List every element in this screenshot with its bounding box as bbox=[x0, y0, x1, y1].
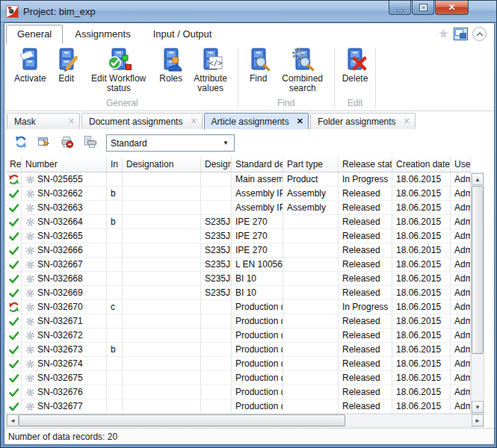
table-row[interactable]: SN-025655Main assemblyProductIn Progress… bbox=[6, 172, 471, 187]
table-row[interactable]: SN-032673bProduction drawingReleased18.0… bbox=[6, 343, 471, 357]
status-released-icon[interactable] bbox=[6, 314, 22, 328]
cell-standard[interactable]: IPE 270 bbox=[232, 243, 283, 257]
cell-user[interactable]: Administrator bbox=[451, 258, 471, 271]
cell-release[interactable]: Released bbox=[339, 243, 392, 257]
cell-index[interactable] bbox=[107, 286, 123, 299]
maximize-button[interactable] bbox=[412, 1, 434, 15]
find-button[interactable]: Find bbox=[242, 46, 275, 84]
status-released-icon[interactable] bbox=[6, 272, 22, 285]
cell-index[interactable] bbox=[107, 243, 123, 257]
cell-design[interactable] bbox=[201, 172, 232, 186]
cell-part-type[interactable] bbox=[283, 272, 339, 285]
cell-index[interactable]: b bbox=[107, 343, 123, 356]
cell-standard[interactable]: Production drawing bbox=[232, 371, 283, 385]
cell-number[interactable]: SN-032672 bbox=[22, 329, 107, 342]
column-header-created[interactable]: Creation date bbox=[392, 157, 451, 172]
cell-created[interactable]: 18.06.2015 bbox=[392, 286, 451, 299]
table-row[interactable]: SN-032674Production drawingReleased18.06… bbox=[6, 357, 471, 371]
delete-button[interactable]: Delete bbox=[339, 46, 372, 84]
cell-designation[interactable] bbox=[123, 371, 201, 385]
cell-part-type[interactable] bbox=[283, 371, 339, 385]
cell-number[interactable]: SN-025655 bbox=[22, 172, 107, 186]
tab-close-icon[interactable]: ✕ bbox=[68, 116, 75, 126]
table-row[interactable]: SN-032671Production drawingReleased18.06… bbox=[6, 314, 471, 329]
cell-number[interactable]: SN-032674 bbox=[22, 357, 107, 370]
cell-user[interactable]: Administrator bbox=[451, 385, 471, 399]
edit-workflow-status-button[interactable]: Edit Workflow status bbox=[83, 46, 155, 94]
status-released-icon[interactable] bbox=[6, 385, 22, 399]
column-header-standard[interactable]: Standard designation bbox=[232, 157, 283, 172]
status-released-icon[interactable] bbox=[6, 243, 22, 257]
cell-standard[interactable]: Production drawing bbox=[232, 300, 283, 314]
table-row[interactable]: SN-032675Production drawingReleased18.06… bbox=[6, 371, 471, 385]
cell-design[interactable] bbox=[201, 300, 232, 314]
cell-number[interactable]: SN-032662 bbox=[22, 187, 107, 200]
cell-index[interactable]: b bbox=[107, 215, 123, 228]
cell-number[interactable]: SN-032663 bbox=[22, 201, 107, 214]
cell-number[interactable]: SN-032669 bbox=[22, 286, 107, 299]
status-released-icon[interactable] bbox=[6, 343, 22, 356]
cell-index[interactable]: b bbox=[107, 187, 123, 200]
cell-standard[interactable]: Production drawing bbox=[232, 343, 283, 356]
status-in-progress-icon[interactable] bbox=[6, 300, 22, 314]
cell-part-type[interactable] bbox=[283, 329, 339, 342]
cell-user[interactable]: Administrator bbox=[451, 187, 471, 200]
cell-created[interactable]: 18.06.2015 bbox=[392, 215, 451, 228]
cell-created[interactable]: 18.06.2015 bbox=[392, 229, 451, 243]
column-header-status[interactable]: Re bbox=[6, 157, 22, 172]
table-row[interactable]: SN-032676Production drawingReleased18.06… bbox=[6, 385, 471, 399]
cell-standard[interactable]: Production drawing bbox=[232, 385, 283, 399]
collapse-ribbon-icon[interactable] bbox=[472, 27, 487, 41]
status-released-icon[interactable] bbox=[6, 215, 22, 228]
cell-index[interactable] bbox=[107, 399, 123, 413]
print-list-icon[interactable] bbox=[51, 135, 74, 152]
cell-number[interactable]: SN-032677 bbox=[22, 399, 107, 413]
cell-created[interactable]: 18.06.2015 bbox=[392, 329, 451, 342]
cell-design[interactable] bbox=[201, 329, 232, 342]
cell-standard[interactable]: Assembly IPE bbox=[232, 201, 283, 214]
table-row[interactable]: SN-032668S235JRGBI 10Released18.06.2015A… bbox=[6, 272, 471, 286]
cell-index[interactable] bbox=[107, 329, 123, 342]
cell-designation[interactable] bbox=[123, 357, 201, 370]
cell-standard[interactable]: Production drawing bbox=[232, 357, 283, 370]
cell-number[interactable]: SN-032670 bbox=[22, 300, 107, 314]
cell-design[interactable] bbox=[201, 201, 232, 214]
doc-tab-document-assignments[interactable]: Document assignments✕ bbox=[81, 113, 203, 129]
cell-design[interactable] bbox=[201, 343, 232, 356]
cell-design[interactable] bbox=[201, 357, 232, 370]
cell-design[interactable]: S235JRG bbox=[201, 243, 232, 257]
table-row[interactable]: SN-032672Production drawingReleased18.06… bbox=[6, 329, 471, 343]
scroll-up-button[interactable]: ▲ bbox=[472, 173, 484, 185]
cell-part-type[interactable] bbox=[283, 258, 339, 271]
cell-user[interactable]: Administrator bbox=[451, 343, 471, 356]
horizontal-scrollbar[interactable]: ◄ ► bbox=[6, 414, 484, 427]
cell-user[interactable]: Administrator bbox=[451, 357, 471, 370]
activate-button[interactable]: Activate bbox=[10, 46, 50, 84]
cell-user[interactable]: Administrator bbox=[451, 314, 471, 328]
column-header-part_type[interactable]: Part type bbox=[283, 157, 339, 172]
cell-designation[interactable] bbox=[123, 201, 201, 214]
favorite-star-icon[interactable]: ★ bbox=[438, 28, 449, 40]
status-in-progress-icon[interactable] bbox=[6, 172, 22, 186]
cell-designation[interactable] bbox=[123, 215, 201, 228]
column-header-number[interactable]: Number bbox=[22, 157, 107, 172]
cell-release[interactable]: Released bbox=[339, 215, 392, 228]
layout-select[interactable]: Standard ▼ bbox=[106, 134, 235, 152]
cell-user[interactable]: Administrator bbox=[451, 300, 471, 314]
cell-created[interactable]: 18.06.2015 bbox=[392, 187, 451, 200]
cell-release[interactable]: In Progress bbox=[339, 300, 392, 314]
cell-user[interactable]: Administrator bbox=[451, 371, 471, 385]
cell-user[interactable]: Administrator bbox=[451, 272, 471, 285]
cell-standard[interactable]: BI 10 bbox=[232, 272, 283, 285]
cell-part-type[interactable] bbox=[283, 385, 339, 399]
column-header-index[interactable]: In bbox=[107, 157, 123, 172]
cell-designation[interactable] bbox=[123, 314, 201, 328]
status-released-icon[interactable] bbox=[6, 187, 22, 200]
cell-part-type[interactable] bbox=[283, 399, 339, 413]
table-row[interactable]: SN-032665S235JRGIPE 270Released18.06.201… bbox=[6, 229, 471, 243]
cell-standard[interactable]: Production drawing bbox=[232, 399, 283, 413]
scroll-right-button[interactable]: ► bbox=[472, 414, 484, 426]
status-released-icon[interactable] bbox=[6, 201, 22, 214]
cell-release[interactable]: In Progress bbox=[339, 172, 392, 186]
cell-index[interactable]: c bbox=[107, 300, 123, 314]
